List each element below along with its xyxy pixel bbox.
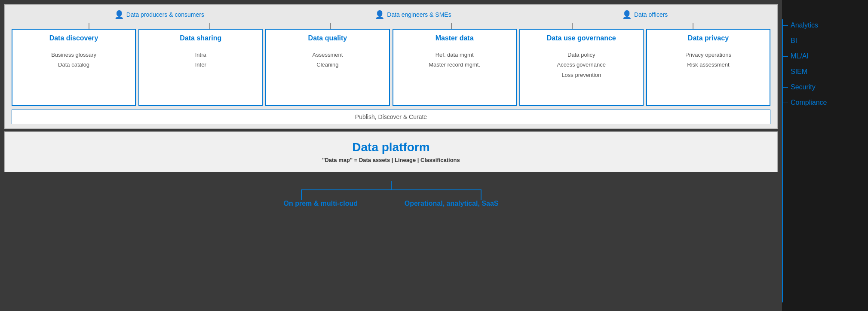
- bottom-connector: On prem & multi-cloud Operational, analy…: [279, 181, 503, 207]
- box-title-discovery: Data discovery: [49, 34, 98, 43]
- box-title-privacy: Data privacy: [688, 34, 729, 43]
- box-items-master: Ref. data mgmt Master record mgmt.: [429, 50, 480, 70]
- sidebar-item-siem[interactable]: SIEM: [791, 68, 859, 76]
- data-boxes-row: Data discovery Business glossary Data ca…: [12, 29, 770, 106]
- persona-label-1: Data producers & consumers: [126, 11, 204, 18]
- box-items-discovery: Business glossary Data catalog: [51, 50, 96, 70]
- data-box-governance: Data use governance Data policy Access g…: [519, 29, 644, 106]
- personas-row: 👤 Data producers & consumers 👤 Data engi…: [12, 10, 770, 19]
- box-title-governance: Data use governance: [547, 34, 616, 43]
- conn-2: [209, 23, 210, 29]
- conn-3: [330, 23, 331, 29]
- top-section: 👤 Data producers & consumers 👤 Data engi…: [4, 4, 778, 129]
- sidebar-bracket: [782, 19, 783, 302]
- data-box-sharing: Data sharing Intra Inter: [138, 29, 263, 106]
- platform-title: Data platform: [12, 140, 770, 154]
- persona-label-2: Data engineers & SMEs: [387, 11, 451, 18]
- bottom-label-right: Operational, analytical, SaaS: [405, 200, 499, 207]
- conn-1: [89, 23, 89, 29]
- connector-lines: [12, 23, 770, 29]
- box-items-quality: Assessment Cleaning: [313, 50, 343, 70]
- persona-officers: 👤 Data officers: [622, 10, 668, 19]
- platform-subtitle: "Data map" = Data assets | Lineage | Cla…: [12, 157, 770, 163]
- sidebar-item-bi[interactable]: BI: [791, 37, 859, 45]
- vertical-line-top: [391, 181, 392, 189]
- data-box-privacy: Data privacy Privacy operations Risk ass…: [646, 29, 770, 106]
- branch-left: [301, 189, 302, 200]
- bottom-label-left: On prem & multi-cloud: [284, 200, 358, 207]
- bottom-section: On prem & multi-cloud Operational, analy…: [4, 172, 778, 216]
- publish-bar: Publish, Discover & Curate: [12, 110, 770, 124]
- box-title-master: Master data: [436, 34, 474, 43]
- sidebar-items: Analytics BI ML/AI SIEM Security Complia…: [782, 0, 868, 115]
- person-icon-3: 👤: [622, 10, 632, 19]
- sidebar-item-analytics[interactable]: Analytics: [791, 21, 859, 29]
- persona-label-3: Data officers: [634, 11, 668, 18]
- box-title-quality: Data quality: [308, 34, 347, 43]
- box-items-privacy: Privacy operations Risk assessment: [685, 50, 731, 70]
- platform-section: Data platform "Data map" = Data assets |…: [4, 131, 778, 172]
- data-box-quality: Data quality Assessment Cleaning: [265, 29, 390, 106]
- main-content: 👤 Data producers & consumers 👤 Data engi…: [0, 0, 782, 311]
- sidebar-item-compliance[interactable]: Compliance: [791, 99, 859, 107]
- right-sidebar: Analytics BI ML/AI SIEM Security Complia…: [782, 0, 868, 311]
- bottom-labels: On prem & multi-cloud Operational, analy…: [279, 200, 503, 207]
- sidebar-item-security[interactable]: Security: [791, 83, 859, 91]
- conn-4: [451, 23, 452, 29]
- conn-6: [693, 23, 693, 29]
- conn-5: [572, 23, 573, 29]
- person-icon-2: 👤: [375, 10, 384, 19]
- sidebar-item-mlai[interactable]: ML/AI: [791, 52, 859, 60]
- data-box-discovery: Data discovery Business glossary Data ca…: [12, 29, 136, 106]
- box-items-sharing: Intra Inter: [195, 50, 206, 70]
- data-box-master: Master data Ref. data mgmt Master record…: [393, 29, 517, 106]
- h-line: [301, 189, 482, 190]
- persona-engineers: 👤 Data engineers & SMEs: [375, 10, 451, 19]
- branch-right: [481, 189, 482, 200]
- person-icon-1: 👤: [114, 10, 124, 19]
- box-title-sharing: Data sharing: [180, 34, 221, 43]
- box-items-governance: Data policy Access governance Loss preve…: [557, 50, 606, 80]
- persona-producers: 👤 Data producers & consumers: [114, 10, 204, 19]
